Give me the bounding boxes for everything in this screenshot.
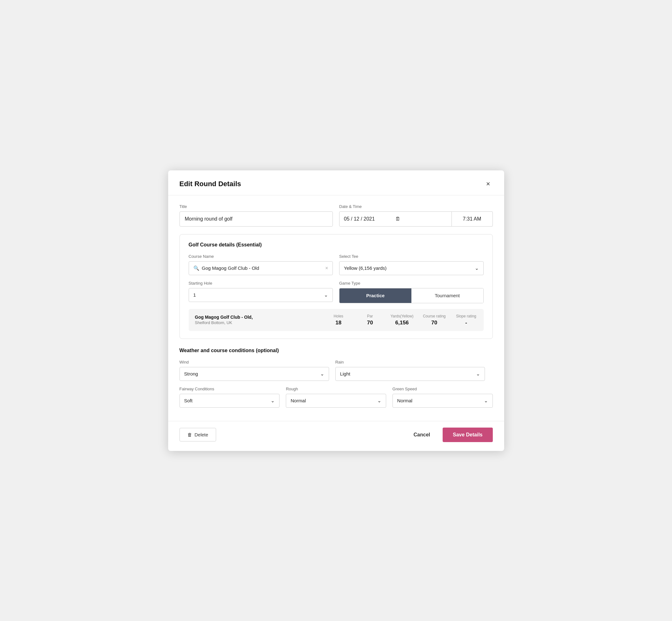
calendar-icon: 🗓 (395, 216, 447, 222)
weather-section: Weather and course conditions (optional)… (179, 348, 493, 408)
slope-rating-value: - (455, 320, 477, 326)
starting-hole-dropdown[interactable]: 1 ⌄ (189, 288, 333, 302)
select-tee-col: Select Tee Yellow (6,156 yards) ⌄ (339, 254, 484, 275)
date-value: 05 / 12 / 2021 (344, 216, 395, 222)
yards-label: Yards(Yellow) (390, 314, 414, 318)
top-row: Title Date & Time 05 / 12 / 2021 🗓 7:31 … (179, 204, 493, 226)
title-input[interactable] (179, 211, 333, 226)
course-rating-label: Course rating (423, 314, 446, 318)
wind-value: Strong (184, 371, 198, 376)
modal-title: Edit Round Details (179, 180, 241, 188)
green-value: Normal (397, 398, 412, 403)
course-name-tee-row: Course Name 🔍 Gog Magog Golf Club - Old … (189, 254, 484, 275)
yards-value: 6,156 (390, 320, 414, 326)
starting-hole-label: Starting Hole (189, 281, 333, 286)
game-type-toggle: Practice Tournament (339, 288, 484, 303)
fairway-rough-green-row: Fairway Conditions Soft ⌄ Rough Normal ⌄… (179, 386, 493, 408)
time-value: 7:31 AM (463, 216, 481, 222)
save-button[interactable]: Save Details (443, 427, 493, 442)
chevron-down-icon-2: ⌄ (324, 292, 328, 298)
green-dropdown[interactable]: Normal ⌄ (392, 394, 493, 408)
fairway-label: Fairway Conditions (179, 386, 280, 391)
rough-value: Normal (291, 398, 306, 403)
course-info-name: Gog Magog Golf Club - Old, Shelford Bott… (195, 315, 318, 325)
holes-label: Holes (328, 314, 349, 318)
par-value: 70 (359, 320, 381, 326)
fairway-dropdown[interactable]: Soft ⌄ (179, 394, 280, 408)
footer-right: Cancel Save Details (407, 427, 493, 442)
par-stat: Par 70 (359, 314, 381, 326)
wind-label: Wind (179, 360, 329, 365)
course-name-label: Course Name (189, 254, 333, 259)
golf-course-section: Golf Course details (Essential) Course N… (179, 234, 493, 339)
par-label: Par (359, 314, 381, 318)
clear-icon[interactable]: × (325, 265, 328, 271)
wind-dropdown[interactable]: Strong ⌄ (179, 367, 329, 381)
course-info-row: Gog Magog Golf Club - Old, Shelford Bott… (189, 309, 484, 331)
title-field: Title (179, 204, 333, 226)
starting-hole-col: Starting Hole 1 ⌄ (189, 281, 333, 303)
wind-rain-row: Wind Strong ⌄ Rain Light ⌄ (179, 360, 493, 381)
green-label: Green Speed (392, 386, 493, 391)
spacer (491, 360, 493, 381)
modal-header: Edit Round Details × (168, 170, 504, 195)
game-type-label: Game Type (339, 281, 484, 286)
wind-col: Wind Strong ⌄ (179, 360, 329, 381)
game-type-col: Game Type Practice Tournament (339, 281, 484, 303)
chevron-down-icon-green: ⌄ (484, 398, 488, 404)
fairway-value: Soft (184, 398, 193, 403)
yards-stat: Yards(Yellow) 6,156 (390, 314, 414, 326)
chevron-down-icon-rain: ⌄ (476, 371, 480, 377)
chevron-down-icon: ⌄ (475, 265, 479, 271)
green-col: Green Speed Normal ⌄ (392, 386, 493, 408)
holes-value: 18 (328, 320, 349, 326)
time-input[interactable]: 7:31 AM (452, 211, 493, 226)
course-name-input[interactable]: 🔍 Gog Magog Golf Club - Old × (189, 261, 333, 275)
select-tee-value: Yellow (6,156 yards) (344, 265, 386, 271)
chevron-down-icon-fairway: ⌄ (271, 398, 275, 404)
edit-round-modal: Edit Round Details × Title Date & Time 0… (168, 170, 504, 451)
course-name-value: Gog Magog Golf Club - Old (202, 265, 323, 271)
weather-section-title: Weather and course conditions (optional) (179, 348, 493, 354)
datetime-field: Date & Time 05 / 12 / 2021 🗓 7:31 AM (339, 204, 493, 226)
rough-dropdown[interactable]: Normal ⌄ (286, 394, 386, 408)
rain-dropdown[interactable]: Light ⌄ (335, 367, 485, 381)
trash-icon: 🗑 (187, 432, 192, 437)
close-button[interactable]: × (484, 179, 493, 189)
chevron-down-icon-wind: ⌄ (320, 371, 324, 377)
course-rating-value: 70 (423, 320, 446, 326)
golf-section-title: Golf Course details (Essential) (189, 242, 484, 248)
rain-col: Rain Light ⌄ (335, 360, 485, 381)
fairway-col: Fairway Conditions Soft ⌄ (179, 386, 280, 408)
date-input[interactable]: 05 / 12 / 2021 🗓 (339, 211, 452, 226)
datetime-inner: 05 / 12 / 2021 🗓 7:31 AM (339, 211, 493, 226)
starting-hole-value: 1 (194, 292, 196, 298)
modal-footer: 🗑 Delete Cancel Save Details (168, 421, 504, 451)
title-label: Title (179, 204, 333, 209)
rough-label: Rough (286, 386, 386, 391)
rain-label: Rain (335, 360, 485, 365)
datetime-label: Date & Time (339, 204, 493, 209)
course-info-name-text: Gog Magog Golf Club - Old, (195, 315, 318, 320)
search-icon: 🔍 (194, 265, 199, 271)
delete-label: Delete (195, 432, 208, 437)
rough-col: Rough Normal ⌄ (286, 386, 386, 408)
rain-value: Light (340, 371, 350, 376)
select-tee-dropdown[interactable]: Yellow (6,156 yards) ⌄ (339, 261, 484, 275)
practice-toggle-btn[interactable]: Practice (339, 288, 411, 303)
select-tee-label: Select Tee (339, 254, 484, 259)
course-info-location: Shelford Bottom, UK (195, 320, 318, 325)
tournament-toggle-btn[interactable]: Tournament (411, 288, 483, 303)
slope-rating-label: Slope rating (455, 314, 477, 318)
holes-stat: Holes 18 (328, 314, 349, 326)
cancel-button[interactable]: Cancel (407, 428, 436, 442)
modal-body: Title Date & Time 05 / 12 / 2021 🗓 7:31 … (168, 195, 504, 421)
delete-button[interactable]: 🗑 Delete (179, 428, 216, 442)
course-rating-stat: Course rating 70 (423, 314, 446, 326)
chevron-down-icon-rough: ⌄ (377, 398, 381, 404)
starting-hole-gametype-row: Starting Hole 1 ⌄ Game Type Practice Tou… (189, 281, 484, 303)
course-name-col: Course Name 🔍 Gog Magog Golf Club - Old … (189, 254, 333, 275)
slope-rating-stat: Slope rating - (455, 314, 477, 326)
